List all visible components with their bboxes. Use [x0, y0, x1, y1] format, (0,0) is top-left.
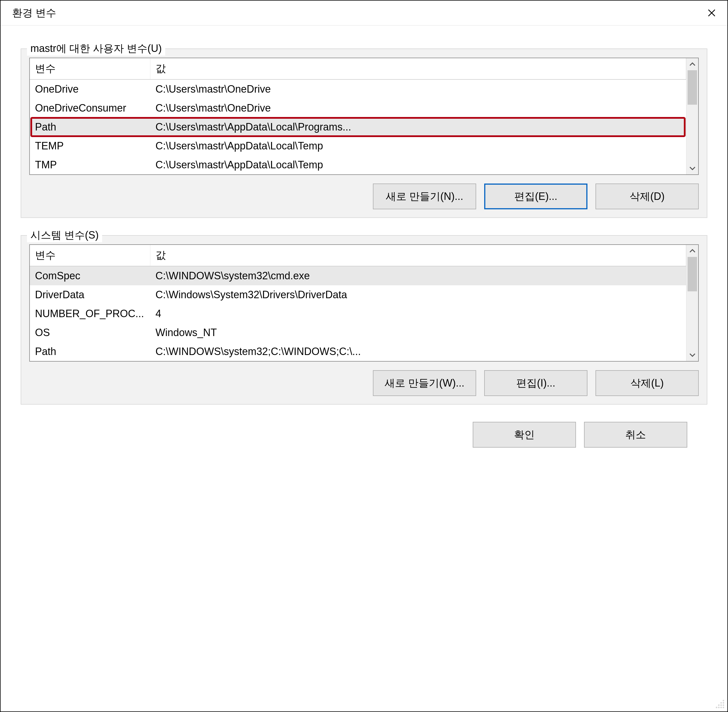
system-delete-button[interactable]: 삭제(L) [596, 370, 699, 396]
svg-point-2 [722, 702, 724, 703]
user-vars-group-label: mastr에 대한 사용자 변수(U) [27, 42, 165, 56]
var-value: C:\WINDOWS\system32;C:\WINDOWS;C:\... [150, 342, 686, 361]
table-row[interactable]: ComSpec C:\WINDOWS\system32\cmd.exe [30, 266, 686, 285]
col-header-value[interactable]: 값 [150, 245, 686, 266]
var-name: Path [30, 117, 150, 136]
var-value: C:\Users\mastr\OneDrive [150, 99, 686, 117]
close-button[interactable] [704, 6, 719, 20]
scroll-track[interactable] [686, 70, 698, 162]
user-new-button[interactable]: 새로 만들기(N)... [373, 184, 476, 209]
var-name: TEMP [30, 136, 150, 156]
var-name: OneDriveConsumer [30, 99, 150, 117]
table-row-path[interactable]: Path C:\Users\mastr\AppData\Local\Progra… [30, 117, 686, 136]
close-icon [707, 8, 716, 18]
user-vars-listview[interactable]: 변수 값 OneDrive C:\Users\mastr\OneDrive On… [29, 58, 699, 175]
svg-point-5 [722, 704, 724, 706]
svg-point-1 [720, 702, 722, 703]
user-vars-header: 변수 값 [30, 58, 686, 80]
content-area: mastr에 대한 사용자 변수(U) 변수 값 OneDrive C:\Use… [1, 25, 727, 456]
env-vars-window: 환경 변수 mastr에 대한 사용자 변수(U) 변수 값 OneDrive … [0, 0, 728, 712]
svg-point-3 [718, 704, 719, 706]
system-vars-group-label: 시스템 변수(S) [27, 228, 102, 242]
col-header-name[interactable]: 변수 [30, 58, 150, 79]
table-row[interactable]: DriverData C:\Windows\System32\Drivers\D… [30, 285, 686, 304]
svg-point-6 [716, 706, 717, 708]
var-value: C:\Users\mastr\AppData\Local\Programs... [150, 117, 686, 136]
system-vars-scrollbar[interactable] [686, 245, 698, 361]
col-header-value[interactable]: 값 [150, 58, 686, 79]
table-row[interactable]: OneDrive C:\Users\mastr\OneDrive [30, 80, 686, 99]
col-header-name[interactable]: 변수 [30, 245, 150, 266]
system-new-button[interactable]: 새로 만들기(W)... [373, 370, 476, 396]
svg-point-8 [720, 706, 722, 708]
system-edit-button[interactable]: 편집(I)... [484, 370, 587, 396]
var-value: 4 [150, 304, 686, 323]
ok-button[interactable]: 확인 [473, 422, 576, 448]
table-row[interactable]: OS Windows_NT [30, 323, 686, 342]
table-row[interactable]: Path C:\WINDOWS\system32;C:\WINDOWS;C:\.… [30, 342, 686, 361]
var-value: C:\Windows\System32\Drivers\DriverData [150, 285, 686, 304]
system-vars-listview[interactable]: 변수 값 ComSpec C:\WINDOWS\system32\cmd.exe… [29, 244, 699, 362]
scroll-up-icon[interactable] [686, 58, 698, 70]
window-title: 환경 변수 [12, 6, 56, 20]
table-row[interactable]: NUMBER_OF_PROC... 4 [30, 304, 686, 323]
svg-point-4 [720, 704, 722, 706]
user-vars-scrollbar[interactable] [686, 58, 698, 174]
var-value: C:\Users\mastr\AppData\Local\Temp [150, 136, 686, 156]
system-vars-group: 시스템 변수(S) 변수 값 ComSpec C:\WINDOWS\system… [21, 235, 707, 405]
user-vars-group: mastr에 대한 사용자 변수(U) 변수 값 OneDrive C:\Use… [21, 49, 707, 218]
user-edit-button[interactable]: 편집(E)... [484, 184, 587, 209]
scroll-down-icon[interactable] [686, 162, 698, 174]
var-name: Path [30, 342, 150, 361]
scroll-up-icon[interactable] [686, 245, 698, 257]
cancel-button[interactable]: 취소 [584, 422, 687, 448]
var-name: DriverData [30, 285, 150, 304]
dialog-buttons: 확인 취소 [21, 422, 707, 448]
titlebar: 환경 변수 [1, 1, 727, 25]
resize-grip-icon[interactable] [714, 698, 726, 710]
system-vars-buttons: 새로 만들기(W)... 편집(I)... 삭제(L) [29, 370, 699, 396]
user-vars-buttons: 새로 만들기(N)... 편집(E)... 삭제(D) [29, 184, 699, 209]
svg-point-0 [722, 700, 724, 701]
table-row[interactable]: OneDriveConsumer C:\Users\mastr\OneDrive [30, 99, 686, 117]
svg-point-7 [718, 706, 719, 708]
var-value: C:\Users\mastr\AppData\Local\Temp [150, 156, 686, 174]
scroll-track[interactable] [686, 257, 698, 349]
var-name: ComSpec [30, 266, 150, 285]
var-name: OS [30, 323, 150, 342]
table-row[interactable]: TEMP C:\Users\mastr\AppData\Local\Temp [30, 136, 686, 156]
var-value: C:\WINDOWS\system32\cmd.exe [150, 266, 686, 285]
var-name: TMP [30, 156, 150, 174]
scroll-thumb[interactable] [688, 70, 697, 105]
scroll-thumb[interactable] [688, 257, 697, 291]
var-name: NUMBER_OF_PROC... [30, 304, 150, 323]
var-value: Windows_NT [150, 323, 686, 342]
var-name: OneDrive [30, 80, 150, 99]
var-value: C:\Users\mastr\OneDrive [150, 80, 686, 99]
user-delete-button[interactable]: 삭제(D) [596, 184, 699, 209]
system-vars-header: 변수 값 [30, 245, 686, 266]
table-row[interactable]: TMP C:\Users\mastr\AppData\Local\Temp [30, 156, 686, 174]
scroll-down-icon[interactable] [686, 349, 698, 361]
svg-point-9 [722, 706, 724, 708]
